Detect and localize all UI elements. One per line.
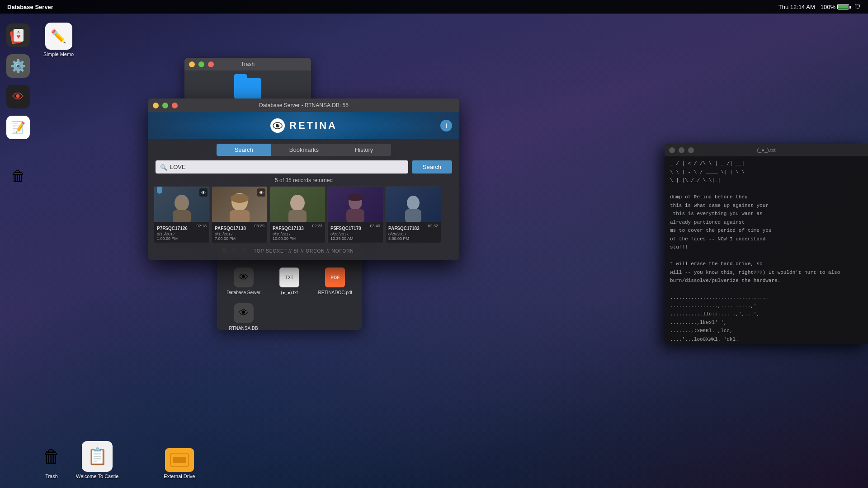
- trash-minimize-btn[interactable]: [189, 61, 195, 67]
- card-icons-1: 👁: [257, 188, 265, 197]
- terminal-blank-1: [670, 185, 863, 193]
- result-card-4[interactable]: PAFSQC17182 02:32 8/29/2017 8:00:00 PM: [385, 186, 441, 243]
- filemanager-body: 👁 Database Server TXT (●_●).txt PDF RETI…: [217, 259, 362, 330]
- external-drive-icon: [165, 448, 194, 472]
- search-row: 🔍 Search: [148, 159, 459, 176]
- result-id-2: PAFSQC17133: [273, 226, 304, 231]
- trash-close-btn[interactable]: [208, 61, 214, 67]
- svg-rect-14: [288, 210, 307, 222]
- terminal-line-5: this is what came up against your: [670, 202, 863, 210]
- main-title: Database Server - RTNANSA.DB: 55: [259, 102, 349, 108]
- terminal-line-16: .................................: [670, 294, 863, 301]
- topbar: Database Server Thu 12:14 AM 100% 🛡: [0, 0, 868, 14]
- trash-folder-icon: [234, 78, 261, 99]
- gear-app-icon[interactable]: ⚙️: [5, 52, 32, 80]
- txt-file-icon: TXT: [278, 267, 300, 288]
- result-info-1: PAFSQC17138 03:29 8/15/2017 7:00:00 PM: [212, 222, 267, 243]
- records-count-label: 5 of 35 records returned: [148, 176, 459, 186]
- file-label-2: RETINADOC.pdf: [318, 290, 353, 295]
- trash-dock-icon[interactable]: 🗑: [5, 163, 32, 190]
- main-close-btn[interactable]: [172, 103, 178, 108]
- pdf-file-icon: PDF: [324, 267, 346, 288]
- result-date-2: 8/15/2017 10:00:00 PM: [273, 232, 322, 241]
- notes-icon: 📝: [6, 116, 30, 139]
- svg-point-13: [290, 195, 305, 211]
- result-duration-4: 02:32: [428, 224, 438, 228]
- terminal-btn3[interactable]: [688, 147, 694, 153]
- main-minimize-btn[interactable]: [153, 103, 159, 108]
- trash-titlebar: Trash: [184, 58, 311, 70]
- svg-rect-11: [230, 210, 250, 222]
- card-icons-0: 👁: [199, 188, 208, 197]
- result-duration-0: 02:18: [196, 224, 207, 228]
- search-button[interactable]: Search: [412, 160, 452, 174]
- search-input[interactable]: [156, 160, 408, 174]
- trash-zoom-btn[interactable]: [198, 61, 204, 67]
- search-input-wrap: 🔍: [156, 160, 408, 174]
- bottom-dock-external-drive[interactable]: External Drive: [164, 448, 195, 479]
- result-card-2[interactable]: PAFSQC17133 02:23 8/15/2017 10:00:00 PM: [269, 186, 326, 243]
- terminal-line-10: stuff!: [670, 244, 863, 251]
- file-item-pdf[interactable]: PDF RETINADOC.pdf: [314, 265, 356, 297]
- terminal-line-22: ...'........cx0XWWXo, ,oxool.: [670, 344, 863, 344]
- bookmark-icon-0: [157, 187, 162, 194]
- file-item-txt[interactable]: TXT (●_●).txt: [268, 265, 310, 297]
- tab-bookmarks[interactable]: Bookmarks: [271, 144, 337, 156]
- svg-point-18: [407, 196, 420, 210]
- main-zoom-btn[interactable]: [162, 103, 168, 108]
- result-id-3: P5FSQC17170: [330, 226, 361, 231]
- tab-search[interactable]: Search: [217, 144, 271, 156]
- svg-rect-19: [405, 209, 421, 222]
- tabs-row: Search Bookmarks History: [148, 139, 459, 159]
- topbar-time: Thu 12:14 AM: [778, 4, 815, 10]
- info-icon: i: [445, 122, 447, 129]
- retina-text: RETINA: [289, 120, 337, 131]
- result-card-0[interactable]: 👁 P7FSQC17126 02:18 8/15/2017 1:00:00 PM: [154, 186, 210, 243]
- terminal-line-18: ..........,llc:;.... .,',...',: [670, 310, 863, 318]
- file-item-db[interactable]: 👁 RTNANSA.DB: [222, 300, 264, 330]
- terminal-line-21: ....'...loo0XWKl. 'dkl.: [670, 336, 863, 343]
- result-id-0: P7FSQC17126: [157, 226, 188, 231]
- result-date-0: 8/15/2017 1:00:00 PM: [157, 232, 207, 241]
- retina-info-button[interactable]: i: [440, 120, 452, 131]
- terminal-title: (_●_).txt: [757, 147, 776, 153]
- simple-memo-desktop-icon[interactable]: ✏️ Simple Memo: [43, 23, 74, 57]
- bottom-dock-welcome[interactable]: 📋 Welcome To Castle: [76, 441, 118, 479]
- result-info-2: PAFSQC17133 02:23 8/15/2017 10:00:00 PM: [270, 222, 325, 243]
- retina-eye-icon: [270, 118, 285, 133]
- result-thumb-0: 👁: [154, 187, 209, 222]
- result-duration-1: 03:29: [254, 224, 264, 228]
- bottom-dock-trash[interactable]: 🗑 Trash: [36, 441, 67, 479]
- terminal-line-12: t will erase the hard-drive, so: [670, 260, 863, 268]
- notes-app-icon[interactable]: 📝: [5, 114, 32, 141]
- result-id-4: PAFSQC17182: [388, 226, 420, 231]
- battery-pct: 100%: [821, 4, 835, 10]
- result-date-3: 8/23/2017 12:35:00 AM: [330, 232, 380, 241]
- cards-app-icon[interactable]: ♥ A: [5, 22, 32, 49]
- terminal-btn2[interactable]: [679, 147, 684, 153]
- shield-icon: 🛡: [854, 3, 861, 10]
- result-thumb-4: [386, 187, 441, 222]
- eye-overlay-icon-0: 👁: [199, 188, 208, 197]
- file-item-database-server[interactable]: 👁 Database Server: [222, 265, 264, 297]
- result-duration-3: 03:49: [370, 224, 380, 228]
- terminal-line-14: burn/dissolve/pulverize the hardware.: [670, 277, 863, 285]
- result-card-1[interactable]: 👁 PAFSQC17138 03:29 8/15/2017 7:00:00 PM: [212, 186, 268, 243]
- main-window: Database Server - RTNANSA.DB: 55 RETINA …: [148, 99, 459, 260]
- svg-point-7: [278, 124, 279, 126]
- svg-point-12: [231, 194, 249, 203]
- trash-bottom-icon: 🗑: [36, 441, 67, 472]
- tab-history[interactable]: History: [337, 144, 391, 156]
- memo-icon: ✏️: [45, 23, 72, 50]
- terminal-body: _ / | < / /\ \ | _ /| __| \ \ | - \ / __…: [665, 156, 868, 344]
- eye-app-icon[interactable]: 👁: [5, 83, 32, 110]
- terminal-btn1[interactable]: [669, 147, 675, 153]
- result-date-4: 8/29/2017 8:00:00 PM: [388, 232, 438, 241]
- result-info-0: P7FSQC17126 02:18 8/15/2017 1:00:00 PM: [154, 222, 209, 243]
- svg-rect-22: [173, 457, 186, 463]
- terminal-blank-2: [670, 252, 863, 260]
- result-card-3[interactable]: P5FSQC17170 03:49 8/23/2017 12:35:00 AM: [327, 186, 383, 243]
- retina-banner: RETINA i: [148, 112, 459, 139]
- file-label-0: Database Server: [226, 290, 260, 295]
- terminal-line-4: dump of Retina before they: [670, 193, 863, 201]
